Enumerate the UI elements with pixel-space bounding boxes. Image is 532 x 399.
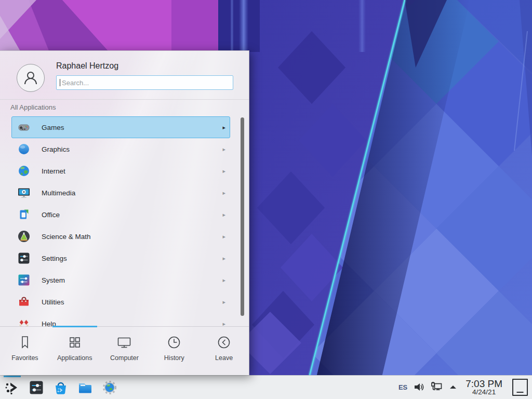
system-settings-icon [29, 380, 44, 395]
tab-leave[interactable]: Leave [199, 328, 249, 376]
user-icon [21, 69, 40, 87]
list-item-label: Graphics [42, 145, 70, 153]
submenu-arrow-icon: ▸ [222, 190, 225, 196]
tab-favorites[interactable]: Favorites [0, 328, 50, 376]
dolphin-file-manager-launcher[interactable] [76, 379, 94, 396]
submenu-arrow-icon: ▸ [222, 277, 225, 284]
list-item-science-math[interactable]: Science & Math ▸ [11, 225, 230, 247]
science-math-icon [17, 230, 31, 243]
digital-clock[interactable]: 7:03 PM 4/24/21 [463, 379, 504, 396]
submenu-arrow-icon: ▸ [222, 168, 225, 175]
tab-label: Applications [57, 354, 92, 362]
list-item-label: Games [42, 124, 64, 131]
list-item-games[interactable]: Games ▸ [11, 116, 230, 138]
system-icon [17, 273, 31, 287]
expand-tray-arrow-icon[interactable] [448, 382, 458, 392]
favorites-icon [17, 334, 33, 351]
section-label: All Applications [10, 103, 56, 111]
utilities-icon [17, 295, 31, 309]
taskbar-panel: ES 7:03 PM 4/24/21 [0, 375, 532, 399]
list-item-office[interactable]: Office ▸ [11, 204, 230, 225]
submenu-arrow-icon: ▸ [222, 299, 225, 305]
submenu-arrow-icon: ▸ [222, 233, 225, 240]
clock-time: 7:03 PM [466, 379, 502, 389]
footer-separator [0, 326, 249, 327]
taskbar-launchers [0, 379, 118, 396]
help-icon [17, 317, 31, 326]
list-item-label: Science & Math [42, 233, 91, 241]
category-list: Games ▸ Graphics ▸ Internet ▸ [0, 116, 249, 326]
dolphin-folder-icon [77, 380, 93, 395]
list-item-graphics[interactable]: Graphics ▸ [11, 138, 230, 160]
multimedia-icon [17, 186, 31, 200]
submenu-arrow-icon: ▸ [222, 124, 225, 131]
volume-icon[interactable] [413, 381, 424, 393]
graphics-icon [17, 142, 31, 156]
list-item-label: System [42, 276, 65, 284]
header-separator [0, 99, 249, 100]
footer-tab-bar: Favorites Applications Computer [0, 328, 249, 376]
show-desktop-button[interactable] [512, 379, 528, 396]
submenu-arrow-icon: ▸ [222, 321, 225, 327]
list-item-label: Utilities [42, 298, 64, 306]
settings-icon [17, 251, 31, 265]
keyboard-layout-indicator[interactable]: ES [398, 383, 407, 391]
history-icon [166, 334, 182, 351]
submenu-arrow-icon: ▸ [222, 146, 225, 153]
system-settings-launcher[interactable] [28, 379, 45, 396]
list-item-internet[interactable]: Internet ▸ [11, 160, 230, 182]
tab-label: Computer [110, 354, 139, 362]
search-input[interactable] [56, 75, 233, 90]
tab-applications[interactable]: Applications [50, 328, 100, 376]
internet-icon [17, 164, 31, 178]
active-tab-indicator [52, 326, 97, 327]
office-icon [17, 208, 31, 221]
games-icon [17, 121, 31, 134]
user-name: Raphael Hertzog [56, 61, 118, 71]
application-launcher-icon [4, 379, 20, 396]
network-icon[interactable] [430, 381, 443, 393]
list-item-label: Settings [42, 255, 67, 262]
konqueror-globe-gear-icon [102, 380, 117, 395]
application-launcher-menu: Raphael Hertzog All Applications Games ▸ [0, 50, 249, 375]
konqueror-browser-launcher[interactable] [101, 379, 118, 396]
tab-label: History [164, 354, 184, 362]
application-launcher-button[interactable] [3, 379, 21, 396]
leave-icon [216, 334, 232, 351]
launcher-header: Raphael Hertzog [0, 51, 249, 99]
list-item-label: Internet [42, 167, 65, 175]
submenu-arrow-icon: ▸ [222, 255, 225, 262]
list-scrollbar-thumb[interactable] [241, 117, 244, 316]
user-avatar[interactable] [17, 64, 45, 92]
tab-label: Favorites [11, 354, 38, 362]
list-item-label: Multimedia [42, 189, 75, 197]
text-caret [60, 79, 60, 86]
tab-label: Leave [215, 354, 233, 362]
list-item-multimedia[interactable]: Multimedia ▸ [11, 182, 230, 204]
search-field-wrap [56, 75, 233, 90]
list-item-utilities[interactable]: Utilities ▸ [11, 291, 230, 313]
clock-date: 4/24/21 [472, 389, 496, 396]
tab-computer[interactable]: Computer [100, 328, 150, 376]
list-item-settings[interactable]: Settings ▸ [11, 247, 230, 269]
tab-history[interactable]: History [149, 328, 199, 376]
discover-launcher[interactable] [52, 379, 70, 396]
list-item-system[interactable]: System ▸ [11, 269, 230, 291]
discover-icon [53, 380, 69, 395]
list-item-label: Office [42, 211, 60, 219]
computer-icon [116, 334, 132, 351]
submenu-arrow-icon: ▸ [222, 211, 225, 218]
show-desktop-line [517, 392, 524, 393]
list-item-help[interactable]: Help ▸ [11, 313, 230, 326]
system-tray: ES 7:03 PM 4/24/21 [398, 379, 532, 396]
applications-icon [66, 334, 83, 351]
